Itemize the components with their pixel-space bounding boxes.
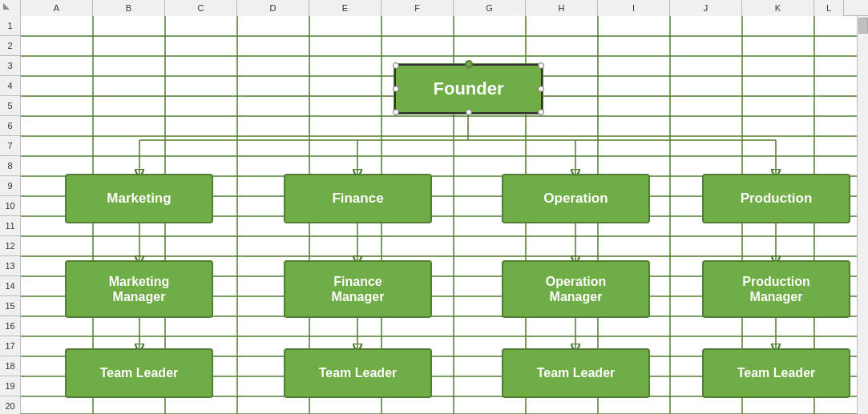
- excel-container: A B C D E F G H I J K L 1 2 3 4 5 6 7 8 …: [0, 0, 868, 414]
- col-header-I[interactable]: I: [598, 0, 670, 16]
- row-header-1[interactable]: 1: [0, 16, 20, 36]
- row-header-15[interactable]: 15: [0, 296, 20, 316]
- row-headers: 1 2 3 4 5 6 7 8 9 10 11 12 13 14 15 16 1…: [0, 16, 21, 414]
- col-header-E[interactable]: E: [309, 0, 382, 16]
- scrollbar-thumb[interactable]: [858, 18, 868, 34]
- col-header-G[interactable]: G: [454, 0, 526, 16]
- handle-mr[interactable]: [538, 86, 544, 92]
- row-header-19[interactable]: 19: [0, 376, 20, 396]
- row-header-17[interactable]: 17: [0, 336, 20, 356]
- operation-manager-label: Operation Manager: [546, 274, 607, 304]
- marketing-label: Marketing: [107, 191, 171, 207]
- row-header-7[interactable]: 7: [0, 136, 20, 156]
- svg-marker-0: [3, 3, 10, 10]
- top-connector-dot: [465, 60, 473, 68]
- handle-bm[interactable]: [466, 109, 472, 115]
- handle-ml[interactable]: [393, 86, 399, 92]
- marketing-manager-node[interactable]: Marketing Manager: [65, 260, 213, 318]
- grid-area[interactable]: Founder Marketing Finance Operation Prod…: [21, 16, 857, 414]
- team-leader-3-node[interactable]: Team Leader: [502, 348, 650, 398]
- marketing-node[interactable]: Marketing: [65, 174, 213, 223]
- finance-label: Finance: [332, 191, 383, 207]
- col-header-L[interactable]: L: [814, 0, 844, 16]
- row-header-11[interactable]: 11: [0, 216, 20, 236]
- row-header-2[interactable]: 2: [0, 36, 20, 56]
- operation-manager-node[interactable]: Operation Manager: [502, 260, 650, 318]
- team-leader-1-label: Team Leader: [100, 365, 179, 380]
- handle-br[interactable]: [538, 109, 544, 115]
- finance-manager-label: Finance Manager: [332, 274, 385, 304]
- production-manager-node[interactable]: Production Manager: [702, 260, 850, 318]
- row-header-10[interactable]: 10: [0, 196, 20, 216]
- col-header-D[interactable]: D: [237, 0, 309, 16]
- team-leader-4-label: Team Leader: [737, 365, 816, 380]
- row-header-4[interactable]: 4: [0, 76, 20, 96]
- row-header-6[interactable]: 6: [0, 116, 20, 136]
- row-header-9[interactable]: 9: [0, 176, 20, 196]
- spreadsheet-body: 1 2 3 4 5 6 7 8 9 10 11 12 13 14 15 16 1…: [0, 16, 868, 414]
- col-header-J[interactable]: J: [670, 0, 742, 16]
- team-leader-4-node[interactable]: Team Leader: [702, 348, 850, 398]
- finance-manager-node[interactable]: Finance Manager: [284, 260, 432, 318]
- col-header-K[interactable]: K: [742, 0, 814, 16]
- col-header-B[interactable]: B: [93, 0, 165, 16]
- col-header-A[interactable]: A: [21, 0, 93, 16]
- team-leader-3-label: Team Leader: [537, 365, 616, 380]
- row-header-12[interactable]: 12: [0, 236, 20, 256]
- col-header-H[interactable]: H: [526, 0, 598, 16]
- founder-node[interactable]: Founder: [394, 64, 543, 114]
- corner-cell: [0, 0, 21, 16]
- operation-label: Operation: [543, 191, 608, 207]
- team-leader-2-node[interactable]: Team Leader: [284, 348, 432, 398]
- founder-label: Founder: [434, 78, 504, 99]
- col-header-C[interactable]: C: [165, 0, 237, 16]
- team-leader-1-node[interactable]: Team Leader: [65, 348, 213, 398]
- row-header-14[interactable]: 14: [0, 276, 20, 296]
- handle-bl[interactable]: [393, 109, 399, 115]
- production-manager-label: Production Manager: [742, 274, 809, 304]
- handle-tl[interactable]: [393, 62, 399, 69]
- col-header-row: A B C D E F G H I J K L: [0, 0, 868, 16]
- row-header-8[interactable]: 8: [0, 156, 20, 176]
- row-header-18[interactable]: 18: [0, 356, 20, 376]
- marketing-manager-label: Marketing Manager: [109, 274, 170, 304]
- production-node[interactable]: Production: [702, 174, 850, 223]
- row-header-16[interactable]: 16: [0, 316, 20, 336]
- row-header-13[interactable]: 13: [0, 256, 20, 276]
- row-header-5[interactable]: 5: [0, 96, 20, 116]
- col-header-F[interactable]: F: [382, 0, 454, 16]
- v-scrollbar[interactable]: [857, 16, 868, 414]
- finance-node[interactable]: Finance: [284, 174, 432, 223]
- operation-node[interactable]: Operation: [502, 174, 650, 223]
- production-label: Production: [741, 191, 813, 207]
- row-header-3[interactable]: 3: [0, 56, 20, 76]
- row-header-20[interactable]: 20: [0, 396, 20, 414]
- team-leader-2-label: Team Leader: [319, 365, 398, 380]
- handle-tr[interactable]: [538, 62, 544, 69]
